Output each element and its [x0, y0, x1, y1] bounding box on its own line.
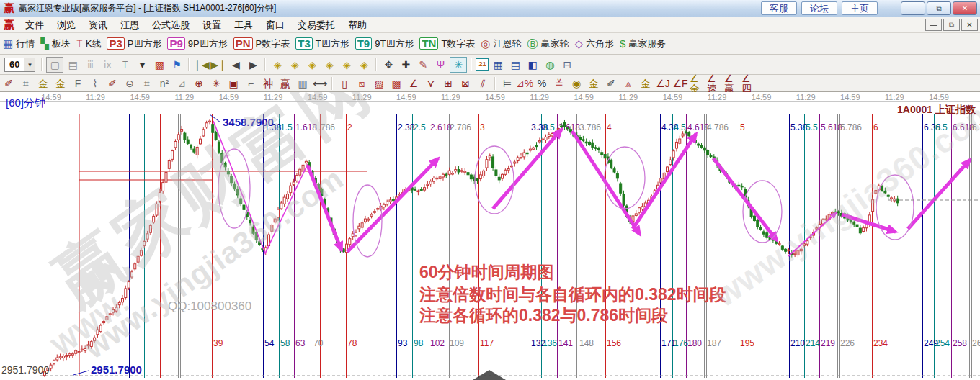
menu-item-公式选股[interactable]: 公式选股 [146, 19, 196, 32]
slashes-icon[interactable]: ⫽ [475, 76, 491, 91]
steps-icon[interactable]: ⊨ [499, 76, 515, 91]
t-square-button[interactable]: T3T四方形 [295, 37, 349, 50]
save-icon[interactable]: ◧ [525, 58, 540, 72]
brain-icon[interactable]: ✳ [450, 57, 467, 73]
menu-item-文件[interactable]: 文件 [19, 19, 50, 32]
hatch-box-icon[interactable]: ▨ [371, 76, 387, 91]
shape-icon[interactable]: Ψ [432, 58, 448, 72]
gann-circle-icon[interactable]: ⊕ [191, 76, 207, 91]
p-square-button[interactable]: P3P四方形 [107, 37, 161, 50]
gann-box-icon[interactable]: ▣ [226, 76, 241, 91]
p9-square-button[interactable]: P99P四方形 [167, 37, 227, 50]
hash-grid-icon[interactable]: ⌗ [139, 76, 155, 91]
period-select[interactable]: 60 ▾ [4, 58, 35, 72]
t-number-button[interactable]: TNT数字表 [419, 37, 475, 50]
titlebar-button-主页[interactable]: 主页 [842, 1, 878, 15]
titlebar-button-客服[interactable]: 客服 [761, 1, 797, 15]
speed-angle-icon[interactable]: ∠速 [707, 76, 723, 91]
menu-item-帮助[interactable]: 帮助 [342, 19, 373, 32]
bars-tool-icon[interactable]: ⌐ [243, 76, 259, 91]
gann-diamond-2-icon[interactable]: ◈ [287, 58, 303, 72]
pan-hand-icon[interactable]: ✥ [380, 58, 396, 72]
ruler-grid-icon[interactable]: ▥ [295, 76, 311, 91]
angle-tool-icon[interactable]: ∠ [406, 76, 422, 91]
truck-icon[interactable]: ⊟ [559, 58, 575, 72]
gann-wheel-button[interactable]: ◎江恩轮 [481, 37, 521, 50]
pen-icon[interactable]: ✎ [415, 58, 431, 72]
f-grid-icon[interactable]: F [70, 76, 86, 91]
gann-diamond-5-icon[interactable]: ◈ [339, 58, 355, 72]
n2-tool-icon[interactable]: n² [156, 76, 172, 91]
last-bar-icon[interactable]: ▶❘ [210, 58, 226, 72]
candlestick-chart[interactable]: 14:5911:2914:5911:2914:5911:2914:5911:29… [0, 92, 980, 380]
winner-service-button[interactable]: $赢家服务 [620, 37, 666, 50]
width-tool-icon[interactable]: ⟷ [312, 76, 328, 91]
gann-diamond-1-icon[interactable]: ◈ [270, 58, 285, 72]
disk-globe-icon[interactable]: ◍ [542, 58, 558, 72]
menu-item-工具[interactable]: 工具 [228, 19, 259, 32]
next-bar-icon[interactable]: ▶ [245, 58, 261, 72]
minichart3-icon[interactable]: ⅲ [82, 58, 98, 72]
menu-item-设置[interactable]: 设置 [196, 19, 228, 32]
maximize-button[interactable]: ⧉ [927, 1, 951, 15]
ink-pen-icon[interactable]: ✐ [603, 76, 619, 91]
notebook-icon[interactable]: ▤ [507, 58, 523, 72]
pct-line-icon[interactable]: ≚ [551, 76, 567, 91]
gann-star-icon[interactable]: ✳ [208, 76, 224, 91]
titlebar-button-论坛[interactable]: 论坛 [801, 1, 837, 15]
four-angle-icon[interactable]: ∠四 [741, 76, 757, 91]
first-bar-icon[interactable]: ❘◀ [193, 58, 209, 72]
percent-icon[interactable]: % [534, 76, 550, 91]
close-button[interactable]: ✕ [953, 1, 977, 15]
j-angle-icon[interactable]: ∠J [655, 76, 671, 91]
hexagon-button[interactable]: ◇六角形 [574, 37, 614, 50]
gold-grid-1-icon[interactable]: 金 [35, 76, 51, 91]
mdi-restore-button[interactable]: ⧉ [943, 19, 960, 31]
pattern-tool-icon[interactable]: ▩ [151, 58, 167, 72]
win-angle-icon[interactable]: ∠赢 [724, 76, 740, 91]
menu-item-资讯[interactable]: 资讯 [82, 19, 114, 32]
gold-grid-2-icon[interactable]: 金 [53, 76, 68, 91]
minimize-button[interactable]: — [901, 1, 925, 15]
gann-diamond-3-icon[interactable]: ◈ [304, 58, 320, 72]
menu-item-窗口[interactable]: 窗口 [259, 19, 291, 32]
mdi-minimize-button[interactable]: — [925, 19, 942, 31]
box-tool-icon[interactable]: ▯ [337, 76, 352, 91]
a-slant-icon[interactable]: ⊿ [174, 76, 190, 91]
color-chart-icon[interactable]: ⚑ [169, 58, 184, 72]
prev-bar-icon[interactable]: ◀ [228, 58, 244, 72]
calculator-icon[interactable]: ▦ [490, 58, 506, 72]
calendar-icon[interactable]: 21 [476, 58, 489, 71]
crosshair-icon[interactable]: ✚ [398, 58, 414, 72]
chart-area[interactable]: [60]分钟 1A0001 上证指数 14:5911:2914:5911:291… [0, 92, 980, 380]
gold-line-icon[interactable]: 金 [586, 76, 602, 91]
menu-item-江恩[interactable]: 江恩 [114, 19, 146, 32]
kline-button[interactable]: ⌶K线 [76, 37, 102, 50]
gold-angle-icon[interactable]: ∠金 [690, 76, 705, 91]
t9-square-button[interactable]: T99T四方形 [355, 37, 414, 50]
gold-under-icon[interactable]: 金 [638, 76, 654, 91]
gann-diamond-6-icon[interactable]: ◈ [356, 58, 372, 72]
note-tool-icon[interactable]: ▤ [65, 58, 81, 72]
gold-circle-icon[interactable]: ◉ [569, 76, 584, 91]
win-grid-icon[interactable]: 赢 [277, 76, 293, 91]
circle-grid-icon[interactable]: ⊜ [122, 76, 138, 91]
candle-style-caret-icon[interactable]: ▾ [134, 58, 150, 72]
candle-style-icon[interactable]: ⌶ [117, 58, 133, 72]
grid-box-icon[interactable]: ⊞ [440, 76, 456, 91]
quote-button[interactable]: ▦行情 [3, 37, 35, 50]
menu-item-浏览[interactable]: 浏览 [50, 19, 82, 32]
gann-diamond-4-icon[interactable]: ◈ [321, 58, 337, 72]
fill-box-icon[interactable]: ▩ [388, 76, 404, 91]
pct-triangle-icon[interactable]: ⊿% [517, 76, 533, 91]
wave-tool-icon[interactable]: ⋎ [423, 76, 439, 91]
grid-tool-icon[interactable]: ⌗ [18, 76, 34, 91]
minichart9-icon[interactable]: ⅸ [99, 58, 115, 72]
f-angle-icon[interactable]: ∠F [672, 76, 688, 91]
frame-tool-icon[interactable]: ▢ [46, 57, 63, 73]
spiral-tool-icon[interactable]: ⌇ [87, 76, 103, 91]
cross-box-icon[interactable]: ⊠ [458, 76, 473, 91]
mdi-close-button[interactable]: ✕ [961, 19, 978, 31]
a-frame-icon[interactable]: ⩓ [620, 76, 636, 91]
winner-wheel-button[interactable]: Ⓑ赢家轮 [527, 37, 569, 50]
